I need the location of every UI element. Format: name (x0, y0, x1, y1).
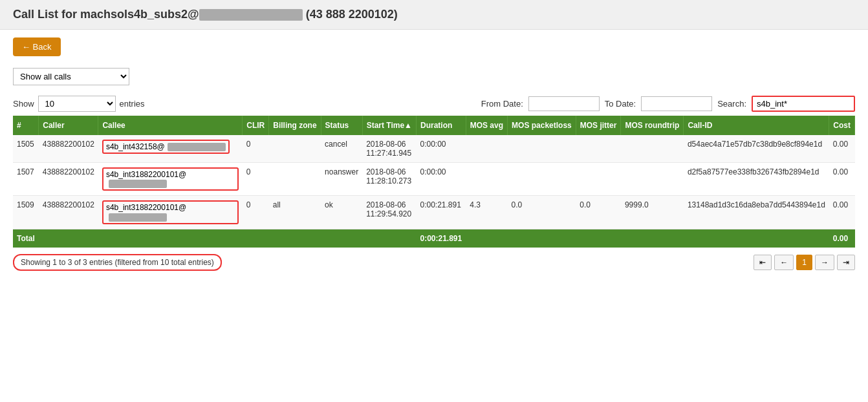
callee-value: s4b_int432158@ (102, 140, 230, 154)
col-billing-zone: Billing zone (269, 116, 321, 135)
total-label: Total (13, 229, 39, 248)
cell-num: 1509 (13, 196, 39, 229)
pagination: ⇤ ← 1 → ⇥ (754, 255, 855, 270)
cell-status: noanswer (321, 163, 362, 196)
col-mos-packetloss: MOS packetloss (508, 116, 576, 135)
cell-mos-rt (621, 163, 684, 196)
cell-start-time: 2018-08-06 11:27:41.945 (362, 135, 416, 163)
cell-callid: d54aec4a71e57db7c38db9e8cf894e1d (684, 135, 829, 163)
page-next-button[interactable]: → (815, 255, 834, 270)
col-clir: CLIR (243, 116, 269, 135)
col-caller: Caller (39, 116, 98, 135)
page-last-button[interactable]: ⇥ (837, 255, 855, 270)
cell-status: cancel (321, 135, 362, 163)
cell-callee: s4b_int31882200101@ (98, 163, 243, 196)
cell-clir: 0 (243, 135, 269, 163)
title-prefix: Call List for machsols4b_subs2@ (13, 8, 199, 21)
footer-info-text: Showing 1 to 3 of 3 entries (filtered fr… (13, 254, 222, 271)
cell-mos-rt (621, 135, 684, 163)
cell-start-time: 2018-08-06 11:28:10.273 (362, 163, 416, 196)
cell-billing (269, 163, 321, 196)
table-header-row: # Caller Callee CLIR Billing zone Status… (13, 116, 855, 135)
col-cost: Cost (829, 116, 855, 135)
cell-start-time: 2018-08-06 11:29:54.920 (362, 196, 416, 229)
total-caller (39, 229, 98, 248)
entries-label: entries (120, 99, 145, 109)
cell-mos-pkt: 0.0 (508, 196, 576, 229)
cell-caller: 438882200102 (39, 196, 98, 229)
cell-clir: 0 (243, 196, 269, 229)
col-call-id: Call-ID (684, 116, 829, 135)
toolbar: ← Back (0, 30, 868, 64)
total-start (362, 229, 416, 248)
cell-caller: 438882200102 (39, 135, 98, 163)
controls-left: Show 10 25 50 100 entries (13, 96, 145, 112)
cell-callid: 13148ad1d3c16da8eba7dd5443894e1d (684, 196, 829, 229)
total-mos-jitter (576, 229, 621, 248)
callee-value: s4b_int31882200101@ (102, 167, 239, 191)
table-row: 1509 438882200102 s4b_int31882200101@ 0 … (13, 196, 855, 229)
cell-cost: 0.00 (829, 196, 855, 229)
cell-callid: d2f5a87577ee338fb326743fb2894e1d (684, 163, 829, 196)
cell-billing: all (269, 196, 321, 229)
col-callee: Callee (98, 116, 243, 135)
cell-mos-jitter (576, 135, 621, 163)
cell-callee: s4b_int432158@ (98, 135, 243, 163)
total-callee (98, 229, 243, 248)
page-header: Call List for machsols4b_subs2@ (43 888 … (0, 0, 868, 30)
page-prev-button[interactable]: ← (774, 255, 794, 270)
cell-cost: 0.00 (829, 135, 855, 163)
page-first-button[interactable]: ⇤ (754, 255, 772, 270)
total-billing (269, 229, 321, 248)
to-date-label: To Date: (605, 99, 636, 109)
search-input[interactable] (752, 96, 855, 112)
total-mos-pkt (508, 229, 576, 248)
from-date-label: From Date: (481, 99, 523, 109)
col-status: Status (321, 116, 362, 135)
filter-row: Show all calls Show answered calls Show … (0, 64, 868, 92)
col-mos-roundtrip: MOS roundtrip (621, 116, 684, 135)
cell-mos-pkt (508, 163, 576, 196)
controls-row: Show 10 25 50 100 entries From Date: To … (0, 92, 868, 116)
cell-clir: 0 (243, 163, 269, 196)
cell-status: ok (321, 196, 362, 229)
cell-caller: 438882200102 (39, 163, 98, 196)
to-date-input[interactable] (641, 96, 712, 111)
cell-num: 1507 (13, 163, 39, 196)
back-button[interactable]: ← Back (13, 37, 61, 56)
cell-duration: 0:00:00 (416, 135, 466, 163)
cell-mos-avg: 4.3 (466, 196, 507, 229)
page-1-button[interactable]: 1 (796, 255, 812, 270)
show-label: Show (13, 99, 34, 109)
table-footer-row: Total 0:00:21.891 0.00 (13, 229, 855, 248)
cell-duration: 0:00:00 (416, 163, 466, 196)
cell-duration: 0:00:21.891 (416, 196, 466, 229)
redacted-domain (199, 9, 303, 21)
footer-info: Showing 1 to 3 of 3 entries (filtered fr… (0, 248, 868, 277)
cell-mos-avg (466, 135, 507, 163)
col-mos-avg: MOS avg (466, 116, 507, 135)
redacted-callee (109, 180, 167, 188)
search-label: Search: (717, 99, 746, 109)
cell-mos-jitter (576, 163, 621, 196)
show-calls-filter[interactable]: Show all calls Show answered calls Show … (13, 68, 129, 85)
cell-cost: 0.00 (829, 163, 855, 196)
cell-billing (269, 135, 321, 163)
controls-right: From Date: To Date: Search: (481, 96, 855, 112)
redacted-callee (168, 143, 226, 151)
calls-table: # Caller Callee CLIR Billing zone Status… (13, 116, 855, 248)
cell-mos-jitter: 0.0 (576, 196, 621, 229)
cell-mos-rt: 9999.0 (621, 196, 684, 229)
cell-callee: s4b_int31882200101@ (98, 196, 243, 229)
total-status (321, 229, 362, 248)
show-entries-select[interactable]: 10 25 50 100 (38, 96, 116, 112)
from-date-input[interactable] (528, 96, 600, 111)
col-mos-jitter: MOS jitter (576, 116, 621, 135)
total-mos-avg (466, 229, 507, 248)
col-start-time: Start Time▲ (362, 116, 416, 135)
table-row: 1507 438882200102 s4b_int31882200101@ 0 … (13, 163, 855, 196)
total-duration: 0:00:21.891 (416, 229, 466, 248)
cell-mos-avg (466, 163, 507, 196)
total-mos-rt (621, 229, 684, 248)
total-clir (243, 229, 269, 248)
